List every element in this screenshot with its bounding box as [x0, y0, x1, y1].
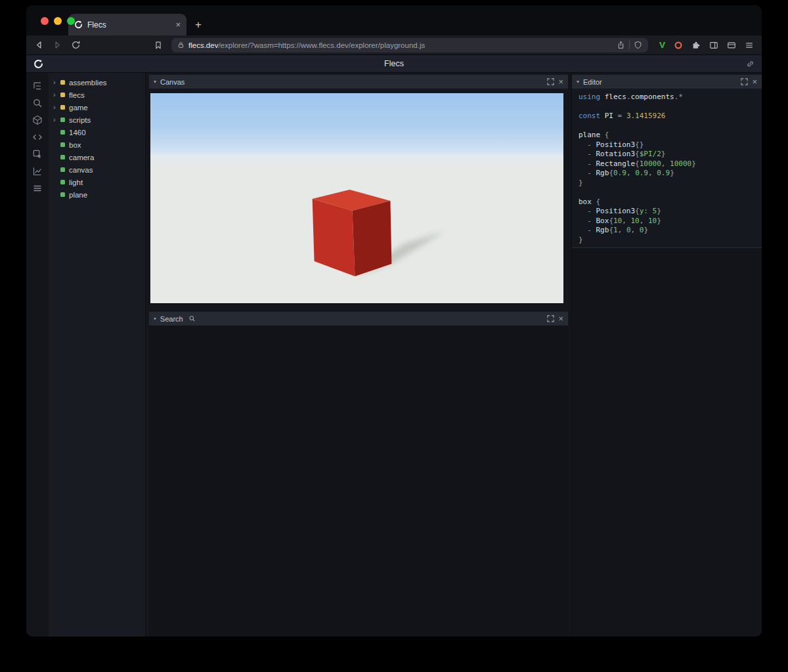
entity-color-square — [60, 155, 65, 159]
extension-icons: V — [659, 40, 754, 50]
tree-item-canvas[interactable]: canvas — [49, 163, 145, 176]
tree-item-assemblies[interactable]: ›assemblies — [49, 76, 145, 89]
url-bar-divider — [629, 41, 630, 49]
code-line: - Position3{y: 5} — [579, 207, 758, 217]
entity-color-square — [60, 93, 65, 97]
entity-label: camera — [69, 154, 94, 161]
entity-label: flecs — [69, 91, 85, 99]
fullscreen-icon[interactable] — [547, 315, 554, 322]
tree-item-plane[interactable]: plane — [49, 188, 145, 201]
tree-item-box[interactable]: box — [49, 138, 145, 151]
entity-label: plane — [69, 191, 87, 199]
url-path: /explorer/?wasm=https://www.flecs.dev/ex… — [218, 41, 425, 49]
expand-arrow-icon[interactable]: › — [53, 104, 60, 111]
entities-cube-icon[interactable] — [32, 115, 43, 125]
code-line — [579, 102, 758, 112]
app-header: Flecs — [26, 55, 762, 73]
tree-item-flecs[interactable]: ›flecs — [49, 89, 145, 101]
expand-arrow-icon[interactable]: › — [53, 79, 60, 86]
window-controls — [41, 17, 75, 25]
puzzle-extensions-icon[interactable] — [691, 41, 701, 50]
rows-list-icon[interactable] — [32, 183, 43, 194]
entity-color-square — [60, 80, 65, 85]
share-icon[interactable] — [617, 41, 625, 49]
stats-chart-icon[interactable] — [32, 166, 43, 177]
browser-tab[interactable]: Flecs × — [68, 14, 186, 35]
editor-column-rest — [572, 248, 762, 637]
entity-label: assemblies — [69, 79, 107, 87]
entity-label: canvas — [69, 166, 93, 174]
new-tab-button[interactable]: + — [195, 19, 202, 30]
code-icon[interactable] — [32, 132, 43, 142]
collapse-chevron-icon[interactable]: ▾ — [577, 79, 579, 85]
cube-right-face — [353, 201, 392, 276]
back-button[interactable] — [34, 40, 44, 50]
url-bar[interactable]: flecs.dev/explorer/?wasm=https://www.fle… — [171, 38, 648, 52]
inspect-cursor-icon[interactable] — [32, 149, 43, 159]
code-editor[interactable]: using flecs.components.* const PI = 3.14… — [572, 89, 762, 248]
browser-tab-strip: Flecs × + — [26, 5, 762, 35]
lock-icon — [177, 41, 185, 49]
tab-title: Flecs — [87, 20, 171, 30]
code-line: - Position3{} — [579, 140, 758, 150]
canvas-3d-viewport[interactable] — [150, 93, 563, 303]
bookmark-icon[interactable] — [154, 41, 163, 50]
code-line: box { — [579, 198, 758, 207]
reload-button[interactable] — [71, 40, 81, 50]
expand-arrow-icon[interactable]: › — [53, 116, 60, 123]
sidebar-toggle-icon[interactable] — [709, 41, 718, 50]
entity-tree: ›assemblies›flecs›game›scripts1460boxcam… — [49, 73, 145, 637]
main-area: ›assemblies›flecs›game›scripts1460boxcam… — [26, 73, 762, 637]
collapse-chevron-icon[interactable]: ▾ — [154, 79, 156, 85]
entity-color-square — [60, 117, 65, 122]
expand-arrow-icon[interactable]: › — [53, 91, 60, 98]
share-link-icon[interactable] — [746, 60, 755, 68]
code-line: - Box{10, 10, 10} — [579, 217, 758, 226]
editor-panel-header: ▾ Editor × — [572, 75, 762, 89]
tree-item-light[interactable]: light — [49, 176, 145, 188]
close-panel-icon[interactable]: × — [558, 77, 563, 86]
vimium-extension-icon[interactable]: V — [659, 40, 665, 50]
entity-color-square — [60, 105, 65, 110]
editor-panel-title: Editor — [583, 78, 602, 86]
tree-item-scripts[interactable]: ›scripts — [49, 114, 145, 126]
entity-color-square — [60, 167, 65, 172]
wallet-icon[interactable] — [727, 41, 736, 50]
search-panel-body — [149, 326, 568, 637]
search-panel-header: • Search × — [149, 312, 568, 326]
search-panel-title: Search — [160, 315, 183, 323]
browser-toolbar: flecs.dev/explorer/?wasm=https://www.fle… — [26, 35, 762, 55]
entity-color-square — [60, 180, 65, 184]
browser-window: Flecs × + flecs.dev/explorer/?wasm=https… — [26, 5, 762, 637]
entity-label: game — [69, 104, 88, 112]
code-line: const PI = 3.1415926 — [579, 112, 758, 121]
close-panel-icon[interactable]: × — [558, 314, 563, 323]
tree-view-icon[interactable] — [32, 81, 43, 91]
entity-color-square — [60, 142, 65, 147]
fullscreen-icon[interactable] — [741, 78, 748, 85]
code-line: } — [579, 236, 758, 245]
minimize-window-button[interactable] — [54, 17, 62, 25]
flecs-favicon-icon — [74, 20, 83, 29]
left-icon-rail — [26, 73, 49, 637]
flecs-logo-icon — [33, 59, 43, 69]
code-line: - Rotation3{$PI/2} — [579, 150, 758, 159]
center-column: ▾ Canvas × • Search — [145, 73, 568, 637]
code-line: plane { — [579, 131, 758, 140]
panel-bullet-icon[interactable]: • — [154, 315, 156, 322]
close-window-button[interactable] — [41, 17, 49, 25]
menu-icon[interactable] — [745, 41, 754, 50]
tree-item-1460[interactable]: 1460 — [49, 126, 145, 138]
fullscreen-icon[interactable] — [547, 78, 554, 85]
shield-icon[interactable] — [634, 41, 642, 49]
forward-button[interactable] — [53, 40, 62, 50]
close-panel-icon[interactable]: × — [752, 77, 757, 86]
extension-ring-icon[interactable] — [674, 41, 683, 50]
tab-close-icon[interactable]: × — [175, 20, 181, 29]
entity-color-square — [60, 192, 65, 197]
entity-label: light — [69, 178, 83, 186]
tree-item-game[interactable]: ›game — [49, 101, 145, 114]
search-icon[interactable] — [32, 98, 43, 108]
tree-item-camera[interactable]: camera — [49, 151, 145, 163]
entity-label: scripts — [69, 116, 91, 124]
